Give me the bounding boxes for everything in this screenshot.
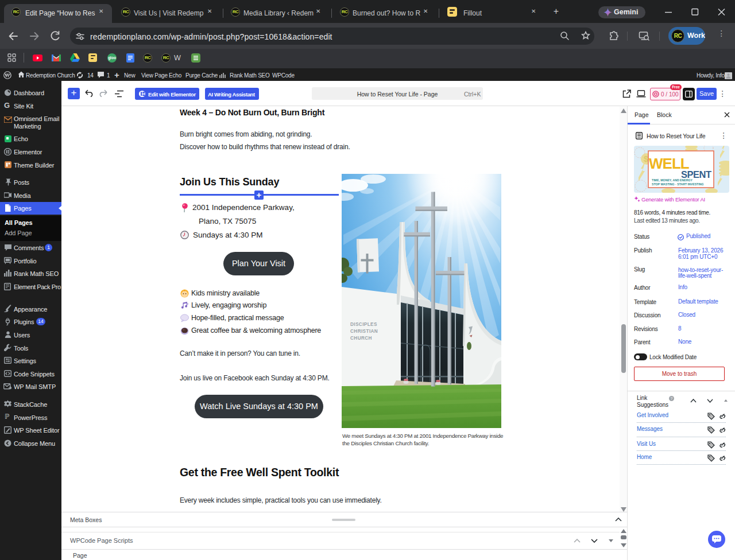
svg-text:DISCIPLES: DISCIPLES <box>350 322 377 327</box>
svg-text:TIME, MONEY, AND ENERGY: TIME, MONEY, AND ENERGY <box>652 178 693 182</box>
svg-text:STOP WASTING · START INVESTING: STOP WASTING · START INVESTING <box>652 182 704 186</box>
svg-text:CHRISTIAN: CHRISTIAN <box>350 329 378 334</box>
svg-text:CHURCH: CHURCH <box>350 336 372 341</box>
svg-text:$: $ <box>644 154 648 164</box>
